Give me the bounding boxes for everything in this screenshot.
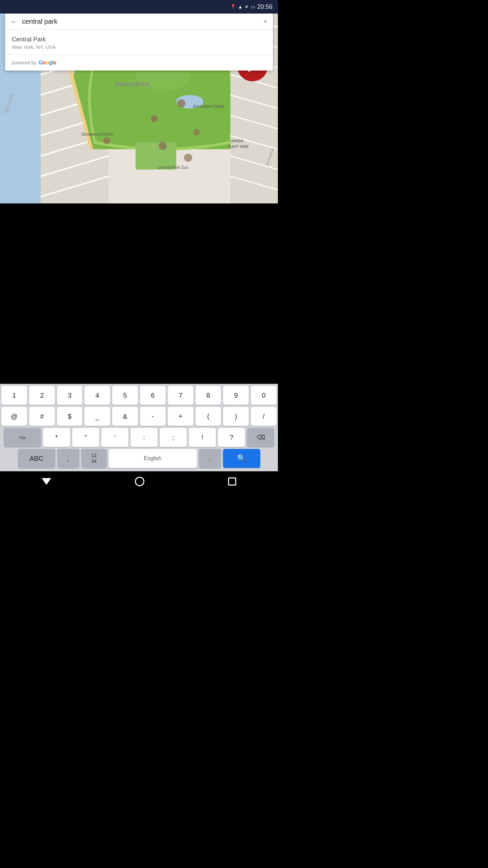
svg-point-40	[151, 115, 158, 122]
nav-bar	[0, 471, 278, 492]
key-3[interactable]: 3	[57, 386, 83, 405]
key-spacebar[interactable]: English	[109, 449, 197, 468]
nav-back-button[interactable]	[42, 478, 51, 485]
keyboard-row-symbols2: =\< * " ' : ; ! ? ⌫	[1, 428, 277, 447]
keyboard-row-symbols1: @ # $ _ & - + ( ) /	[1, 407, 277, 426]
key-ampersand[interactable]: &	[112, 407, 138, 426]
key-comma[interactable]: ,	[57, 449, 79, 468]
location-icon: 📍	[230, 4, 236, 9]
key-period[interactable]: .	[199, 449, 221, 468]
status-bar: 📍 ▲ ✕ ▭ 20:56	[0, 0, 278, 14]
svg-point-42	[159, 142, 167, 150]
key-1[interactable]: 1	[1, 386, 27, 405]
svg-text:Strawberry Fields: Strawberry Fields	[81, 132, 113, 137]
numbers-icon: 1234	[91, 453, 97, 464]
key-1234[interactable]: 1234	[81, 449, 107, 468]
key-6[interactable]: 6	[140, 386, 166, 405]
svg-point-39	[177, 99, 185, 107]
key-7[interactable]: 7	[168, 386, 194, 405]
key-abc[interactable]: ABC	[18, 449, 55, 468]
key-9[interactable]: 9	[223, 386, 249, 405]
key-search[interactable]: 🔍	[223, 449, 260, 468]
svg-text:UPPER: UPPER	[230, 139, 243, 143]
result-name: Central Park	[12, 36, 266, 43]
google-logo: Google	[38, 60, 56, 66]
key-slash[interactable]: /	[251, 407, 277, 426]
battery-icon: ▭	[251, 4, 255, 9]
search-icon: 🔍	[237, 454, 246, 463]
key-double-quote[interactable]: "	[72, 428, 99, 447]
svg-text:EAST SIDE: EAST SIDE	[229, 144, 249, 149]
home-icon	[135, 477, 144, 486]
backspace-icon: ⌫	[257, 434, 265, 441]
search-overlay: ← × Central Park New York, NY, USA power…	[5, 14, 273, 71]
keyboard: 1 2 3 4 5 6 7 8 9 0 @ # $ _ & - + ( ) / …	[0, 384, 278, 471]
back-button[interactable]: ←	[11, 18, 18, 25]
powered-by-text: powered by	[12, 60, 36, 65]
search-result-item[interactable]: Central Park New York, NY, USA	[5, 30, 273, 55]
wifi-icon: ▲	[238, 4, 243, 9]
status-time: 20:56	[257, 3, 272, 11]
key-asterisk[interactable]: *	[43, 428, 70, 447]
keyboard-row-bottom: ABC , 1234 English . 🔍	[1, 449, 277, 468]
key-equals-backslash[interactable]: =\<	[4, 428, 41, 447]
back-icon	[42, 478, 51, 485]
svg-text:Central Park Zoo: Central Park Zoo	[158, 165, 188, 170]
key-open-paren[interactable]: (	[196, 407, 221, 426]
result-address: New York, NY, USA	[12, 44, 266, 50]
svg-point-41	[103, 137, 110, 144]
key-5[interactable]: 5	[112, 386, 138, 405]
clear-button[interactable]: ×	[263, 18, 267, 25]
nav-home-button[interactable]	[135, 477, 144, 486]
key-close-paren[interactable]: )	[223, 407, 249, 426]
key-2[interactable]: 2	[29, 386, 55, 405]
key-4[interactable]: 4	[84, 386, 110, 405]
svg-text:Belvedere Castle: Belvedere Castle	[193, 104, 224, 109]
key-single-quote[interactable]: '	[101, 428, 128, 447]
svg-point-44	[193, 129, 200, 136]
keyboard-row-numbers: 1 2 3 4 5 6 7 8 9 0	[1, 386, 277, 405]
key-exclaim[interactable]: !	[189, 428, 216, 447]
key-semicolon[interactable]: ;	[160, 428, 187, 447]
key-underscore[interactable]: _	[84, 407, 110, 426]
powered-by: powered by Google	[5, 55, 273, 71]
nav-recents-button[interactable]	[228, 477, 236, 486]
key-dollar[interactable]: $	[57, 407, 83, 426]
recents-icon	[228, 477, 236, 486]
key-hash[interactable]: #	[29, 407, 55, 426]
key-at[interactable]: @	[1, 407, 27, 426]
search-input[interactable]	[22, 18, 259, 25]
key-minus[interactable]: -	[140, 407, 166, 426]
key-plus[interactable]: +	[168, 407, 194, 426]
signal-icon: ✕	[245, 4, 249, 9]
svg-text:MANHATTAN: MANHATTAN	[115, 82, 149, 87]
svg-point-43	[184, 154, 192, 162]
key-backspace[interactable]: ⌫	[247, 428, 274, 447]
status-icons: 📍 ▲ ✕ ▭ 20:56	[230, 3, 272, 11]
key-colon[interactable]: :	[130, 428, 158, 447]
search-bar: ← ×	[5, 14, 273, 30]
key-0[interactable]: 0	[251, 386, 277, 405]
key-8[interactable]: 8	[196, 386, 221, 405]
key-question[interactable]: ?	[218, 428, 245, 447]
